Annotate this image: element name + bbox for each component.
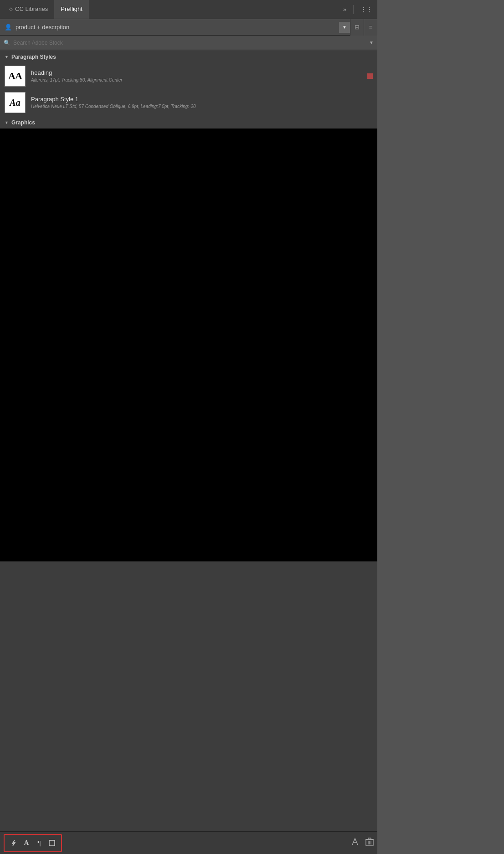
user-icon: 👤 [5,24,12,31]
style-item-heading[interactable]: AA heading Ailerons, 17pt, Tracking:80, … [0,63,377,89]
search-row: 🔍 ▼ [0,36,377,50]
graphics-header[interactable]: ▼ Graphics [0,116,377,129]
paragraph-tool-icon: ¶ [37,839,41,847]
tab-preflight[interactable]: Preflight [54,0,89,19]
search-icon: 🔍 [4,40,10,46]
trash-icon[interactable] [365,838,374,849]
right-strip [377,0,504,854]
tab-cc-libraries-label: CC Libraries [15,5,48,12]
text-tool-button[interactable]: A [20,837,33,849]
search-dropdown-arrow[interactable]: ▼ [369,40,374,45]
svg-rect-0 [49,840,55,846]
heading-style-name: heading [31,69,373,76]
tab-preflight-label: Preflight [61,5,82,12]
graphics-area [0,129,377,561]
style-item-paragraph-1[interactable]: Aa Paragraph Style 1 Helvetica Neue LT S… [0,89,377,116]
tab-separator [353,5,354,14]
frame-tool-button[interactable] [46,837,58,849]
cc-libraries-icon: ◇ [9,6,13,11]
paragraph-styles-chevron: ▼ [5,55,9,59]
library-selector[interactable]: 👤 product + descrption [0,24,339,31]
tab-bar-right: » ⋮⋮ [341,5,375,14]
panel-menu-button[interactable]: ⋮⋮ [358,5,375,14]
adobe-icon [351,837,361,849]
graphics-chevron: ▼ [5,120,9,125]
text-tool-icon: A [24,839,29,847]
tab-bar: ◇ CC Libraries Preflight » ⋮⋮ [0,0,377,19]
expand-panels-button[interactable]: » [341,5,349,14]
graphics-label: Graphics [11,119,35,126]
paragraph1-style-info: Paragraph Style 1 Helvetica Neue LT Std,… [31,96,373,109]
heading-thumbnail: AA [5,66,26,87]
panel-content: ▼ Paragraph Styles AA heading Ailerons, … [0,50,377,831]
paragraph-tool-button[interactable]: ¶ [33,837,46,849]
library-name-label: product + descrption [15,24,69,31]
heading-color-swatch [367,73,373,79]
paragraph1-style-desc: Helvetica Neue LT Std, 57 Condensed Obli… [31,103,373,109]
sync-tool-button[interactable] [7,837,20,849]
list-view-button[interactable]: ≡ [364,19,377,36]
grid-view-button[interactable]: ⊞ [350,19,364,36]
bottom-tools-right-group [351,837,374,849]
paragraph-styles-header[interactable]: ▼ Paragraph Styles [0,50,377,63]
library-dropdown-arrow[interactable]: ▼ [339,22,350,33]
bottom-tools-left-group: A ¶ [4,834,62,852]
heading-style-desc: Ailerons, 17pt, Tracking:80, Alignment:C… [31,77,373,83]
bottom-toolbar: A ¶ [0,831,377,854]
paragraph1-style-name: Paragraph Style 1 [31,96,373,103]
library-selector-row: 👤 product + descrption ▼ ⊞ ≡ [0,19,377,36]
paragraph-styles-label: Paragraph Styles [11,54,56,60]
tab-cc-libraries[interactable]: ◇ CC Libraries [3,0,54,19]
heading-style-info: heading Ailerons, 17pt, Tracking:80, Ali… [31,69,373,83]
paragraph1-thumbnail: Aa [5,92,26,113]
search-input[interactable] [13,40,366,46]
